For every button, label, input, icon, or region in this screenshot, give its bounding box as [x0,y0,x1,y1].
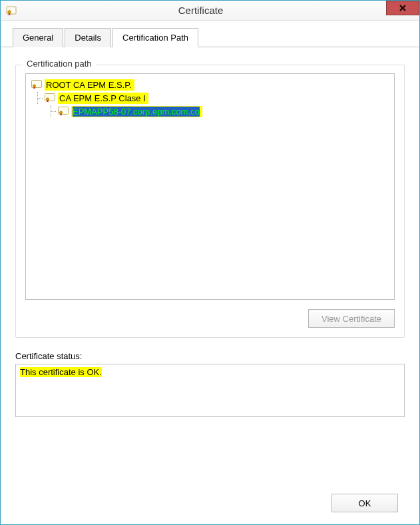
tab-general[interactable]: General [13,28,63,47]
certificate-icon [31,80,42,89]
close-button[interactable] [386,1,419,15]
tree-spacer [31,105,45,117]
svg-point-1 [8,10,11,13]
tab-details[interactable]: Details [65,28,111,47]
tree-item-intermediate[interactable]: CA EPM E.S.P Clase I [31,91,394,105]
view-certificate-button[interactable]: View Certificate [308,309,395,328]
tree-label-root: ROOT CA EPM E.S.P. [45,79,134,91]
certificate-icon [58,107,69,116]
tree-connector [31,92,45,104]
window-title: Certificate [22,5,419,16]
certificate-app-icon [6,5,17,16]
view-cert-row: View Certificate [25,309,395,328]
certification-path-group: Certification path ROOT CA EPM E.S.P. CA… [15,65,405,338]
status-textbox: This certificate is OK. [15,364,405,417]
certificate-icon [45,93,55,103]
tab-certification-path[interactable]: Certification Path [112,28,198,47]
tab-panel-certification-path: Certification path ROOT CA EPM E.S.P. CA… [1,47,419,428]
ok-button[interactable]: OK [331,494,398,512]
tree-label-leaf: EPMAPP58-07.corp.epm.com.co [73,107,200,117]
certificate-status-section: Certificate status: This certificate is … [15,351,405,417]
svg-point-5 [47,98,49,101]
tree-label-intermediate: CA EPM E.S.P Clase I [58,93,148,104]
certification-path-tree[interactable]: ROOT CA EPM E.S.P. CA EPM E.S.P Clase I [25,73,395,300]
tab-strip: General Details Certification Path [1,21,419,47]
close-icon [399,3,406,13]
svg-point-3 [33,85,36,87]
svg-point-7 [60,111,63,114]
tree-item-leaf[interactable]: EPMAPP58-07.corp.epm.com.co [31,105,394,118]
tree-item-root[interactable]: ROOT CA EPM E.S.P. [31,78,394,91]
tree-connector [45,105,58,117]
group-label: Certification path [23,59,96,69]
certificate-dialog: Certificate General Details Certificatio… [0,0,420,525]
titlebar: Certificate [1,1,419,21]
dialog-buttons: OK [331,494,398,512]
status-label: Certificate status: [15,351,405,361]
status-text: This certificate is OK. [20,367,102,377]
tree-leaf-highlight: EPMAPP58-07.corp.epm.com.co [71,106,202,117]
